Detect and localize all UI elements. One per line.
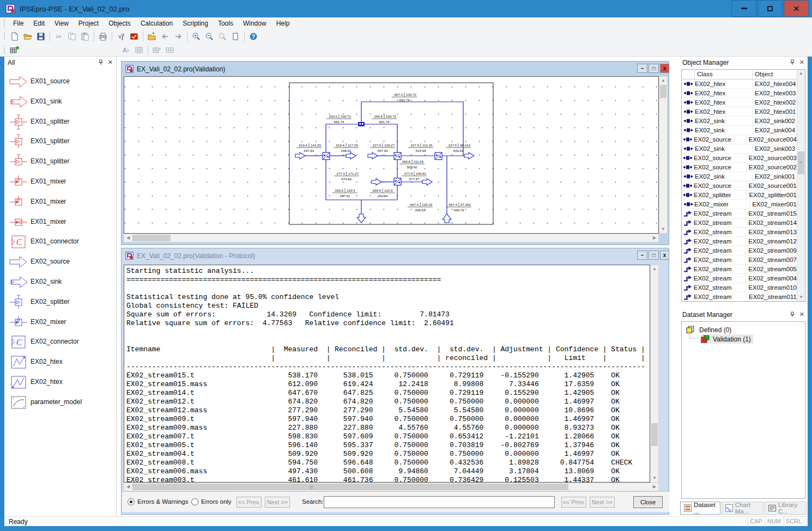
prev-error-button[interactable]: << Prev. — [237, 497, 262, 508]
grid-add-button[interactable] — [150, 44, 163, 56]
protocol-close-button[interactable]: x — [660, 251, 669, 260]
menu-calculation[interactable]: Calculation — [136, 18, 178, 29]
validation-maximize-button[interactable]: □ — [649, 64, 659, 73]
object-row-EX02_stream014[interactable]: EX02_streamEX02_stream014 — [682, 218, 797, 228]
search-prev-button[interactable]: << Prev. — [561, 497, 586, 508]
palette-item-parameter_model[interactable]: parameter_model — [4, 393, 116, 411]
zoom-out-button[interactable] — [203, 30, 216, 42]
cut-button[interactable]: ✂ — [52, 30, 65, 42]
palette-item-EX01_mixer[interactable]: EX01_mixer — [4, 173, 116, 190]
tab-chartma[interactable]: Chart Ma... — [722, 502, 763, 515]
object-row-EX02_sink002[interactable]: EX02_sinkEX02_sink002 — [682, 117, 797, 126]
copy-button[interactable] — [65, 30, 78, 42]
palette-item-EX02_connector[interactable]: CEX02_connector — [4, 333, 116, 350]
next-error-button[interactable]: Next >> — [265, 497, 290, 508]
back-arrow-button[interactable] — [159, 30, 172, 42]
protocol-text-area[interactable]: Starting statistic analysis... =========… — [124, 265, 650, 483]
radio-errors-warnings[interactable] — [128, 498, 135, 505]
close-panel-icon[interactable]: ✕ — [799, 59, 804, 66]
object-row-EX02_stream015[interactable]: EX02_streamEX02_stream015 — [682, 209, 797, 218]
table-new-button[interactable]: ✱ — [8, 44, 21, 56]
object-list-vscrollbar[interactable]: ▲▼ ≡ — [797, 70, 805, 301]
maximize-button[interactable] — [758, 0, 783, 17]
palette-item-EX01_splitter[interactable]: EX01_splitter — [4, 152, 116, 170]
help-button[interactable]: ? — [247, 30, 260, 42]
object-row-EX02_source003[interactable]: EX02_sourceEX02_source003 — [682, 154, 797, 163]
object-row-EX02_sink003[interactable]: EX02_sinkEX02_sink003 — [682, 144, 797, 154]
menu-scripting[interactable]: Scripting — [178, 18, 213, 29]
tree-item-validation[interactable]: Validation (1) — [700, 334, 753, 344]
import-model-button[interactable] — [146, 30, 159, 42]
menu-objects[interactable]: Objects — [104, 18, 136, 29]
palette-item-EX02_htex[interactable]: EX02_htex — [4, 373, 116, 390]
close-panel-icon[interactable]: ✕ — [799, 311, 804, 318]
palette-item-EX02_splitter[interactable]: EX02_splitter — [4, 293, 116, 310]
validation-minimize-button[interactable]: – — [637, 64, 647, 73]
palette-item-EX01_splitter[interactable]: EX01_splitter — [4, 113, 116, 130]
object-row-EX02_htex003[interactable]: EX02_htexEX02_htex003 — [682, 89, 797, 98]
flowsheet-vscrollbar[interactable]: ▲▼ — [659, 76, 668, 234]
flowsheet-canvas[interactable]: 667.4100.72691.74200.6100.72691.74266.81… — [124, 76, 659, 234]
tree-item-defined[interactable]: Defined (0) — [686, 326, 731, 334]
menu-file[interactable]: File — [8, 18, 28, 29]
palette-item-EX01_connector[interactable]: CEX01_connector — [4, 233, 116, 250]
font-style-button[interactable]: A — [119, 44, 132, 56]
object-row-EX02_stream005[interactable]: EX02_streamEX02_stream005 — [682, 265, 797, 274]
palette-item-EX01_mixer[interactable]: EX01_mixer — [4, 193, 116, 210]
object-row-EX02_sink004[interactable]: EX02_sinkEX02_sink004 — [682, 126, 797, 135]
protocol-vscrollbar[interactable]: ▲▼ — [650, 265, 659, 483]
protocol-maximize-button[interactable]: □ — [649, 251, 659, 260]
menu-project[interactable]: Project — [74, 18, 104, 29]
menu-view[interactable]: View — [50, 18, 74, 29]
object-row-EX02_source004[interactable]: EX02_sourceEX02_source004 — [682, 135, 797, 144]
print-button[interactable] — [96, 30, 110, 42]
grid-merge-button[interactable] — [163, 44, 177, 56]
close-panel-icon[interactable]: ✕ — [108, 59, 113, 66]
search-input[interactable] — [324, 496, 555, 508]
protocol-hscrollbar[interactable]: ◀▶ ||| — [124, 483, 659, 491]
object-row-EX02_stream013[interactable]: EX02_streamEX02_stream013 — [682, 228, 797, 237]
protocol-minimize-button[interactable]: – — [637, 251, 647, 260]
object-row-EX02_stream012[interactable]: EX02_streamEX02_stream012 — [682, 237, 797, 246]
menu-edit[interactable]: Edit — [28, 18, 50, 29]
tab-dataset[interactable]: Dataset ... — [680, 502, 720, 515]
paste-button[interactable] — [78, 30, 92, 42]
page-preview-button[interactable] — [229, 30, 242, 42]
zoom-off-button[interactable] — [216, 30, 229, 42]
tab-libraryc[interactable]: Library C... — [765, 502, 807, 515]
close-protocol-button[interactable]: Close — [633, 496, 663, 508]
run-validation-button[interactable] — [128, 30, 141, 42]
protocol-titlebar[interactable]: EX_Vali_02_02.pro(Validation - Protocol) — [122, 249, 668, 263]
save-button[interactable] — [34, 30, 47, 42]
palette-item-EX02_mixer[interactable]: EX02_mixer — [4, 313, 116, 331]
minimize-button[interactable] — [731, 0, 756, 17]
object-row-EX02_mixer001[interactable]: EX02_mixerEX02_mixer001 — [682, 200, 797, 209]
object-row-EX02_stream011[interactable]: EX02_streamEX02_stream011 — [682, 292, 797, 301]
object-row-EX02_splitter001[interactable]: EX02_splitterEX02_splitter001 — [682, 191, 797, 200]
palette-item-EX01_source[interactable]: EX01_source — [4, 72, 116, 90]
palette-item-EX02_htex[interactable]: EX02_htex — [4, 353, 116, 370]
object-row-EX02_stream010[interactable]: EX02_streamEX02_stream010 — [682, 283, 797, 292]
menu-tools[interactable]: Tools — [213, 18, 238, 29]
object-row-EX02_source001[interactable]: EX02_sourceEX02_source001 — [682, 181, 797, 191]
palette-item-EX02_source[interactable]: EX02_source — [4, 253, 116, 270]
palette-item-EX01_splitter[interactable]: EX01_splitter — [4, 132, 116, 150]
menu-window[interactable]: Window — [238, 18, 271, 29]
object-row-EX02_htex004[interactable]: EX02_htexEX02_htex004 — [682, 80, 797, 89]
object-row-EX02_stream004[interactable]: EX02_streamEX02_stream004 — [682, 274, 797, 283]
validation-titlebar[interactable]: EX_Vali_02_02.pro(Validation) — [122, 62, 668, 76]
forward-arrow-button[interactable] — [172, 30, 185, 42]
zoom-in-button[interactable] — [190, 30, 203, 42]
palette-item-EX02_sink[interactable]: EX02_sink — [4, 273, 116, 290]
palette-item-EX01_sink[interactable]: EX01_sink — [4, 93, 116, 110]
object-row-EX02_htex002[interactable]: EX02_htexEX02_htex002 — [682, 98, 797, 107]
close-button[interactable]: ✕ — [784, 0, 809, 17]
object-list-columns[interactable]: Class Object — [682, 70, 797, 80]
object-row-EX02_source002[interactable]: EX02_sourceEX02_source002 — [682, 163, 797, 172]
object-row-EX02_htex001[interactable]: EX02_htexEX02_htex001 — [682, 107, 797, 117]
pin-icon[interactable] — [790, 312, 795, 318]
object-row-EX02_stream007[interactable]: EX02_streamEX02_stream007 — [682, 255, 797, 265]
open-folder-button[interactable] — [21, 30, 34, 42]
palette-item-EX01_mixer[interactable]: EX01_mixer — [4, 213, 116, 230]
search-next-button[interactable]: Next >> — [590, 497, 615, 508]
